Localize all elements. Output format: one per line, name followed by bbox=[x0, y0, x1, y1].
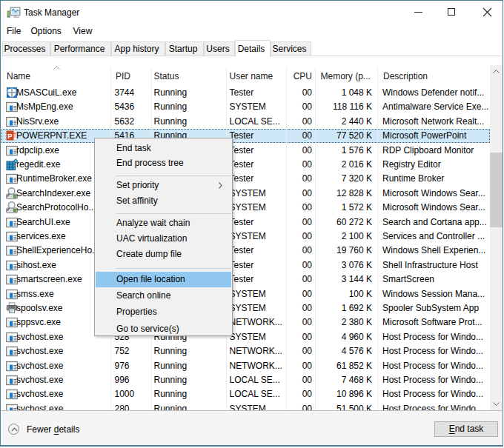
svg-text:P: P bbox=[7, 132, 12, 140]
